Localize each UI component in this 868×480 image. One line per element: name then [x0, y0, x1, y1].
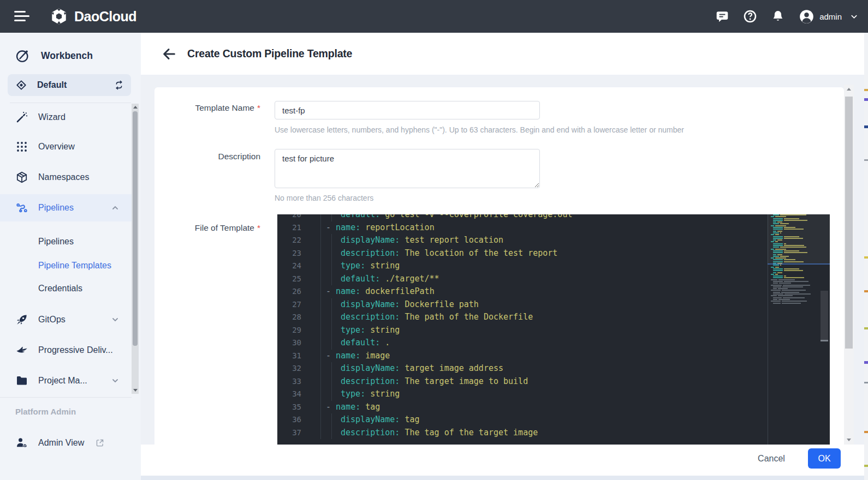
brand[interactable]: DaoCloud — [49, 0, 136, 33]
folder-icon — [15, 374, 28, 387]
sidebar-subitem-credentials[interactable]: Credentials — [0, 277, 132, 301]
switch-workspace-icon[interactable] — [114, 80, 124, 91]
back-arrow-icon[interactable] — [161, 46, 177, 62]
page-scrollbar-thumb[interactable] — [845, 97, 853, 349]
sidebar-scrollbar[interactable] — [132, 104, 139, 394]
sidebar-item-gitops[interactable]: GitOps — [0, 307, 132, 332]
admin-view-icon — [15, 436, 28, 449]
description-helper: No more than 256 characters — [275, 194, 373, 202]
page-scrollbar[interactable] — [844, 85, 854, 445]
cancel-button[interactable]: Cancel — [751, 448, 792, 469]
chevron-down-icon — [111, 315, 120, 324]
sidebar-item-label: Wizard — [38, 112, 132, 122]
code-line[interactable]: 37description: The tag of the target ima… — [277, 427, 768, 440]
template-name-label: Template Name* — [154, 103, 260, 113]
sidebar-item-label: Pipelines — [38, 203, 111, 213]
code-line[interactable]: 32displayName: target image address — [277, 362, 768, 375]
workspace-icon — [15, 79, 27, 91]
sidebar-workbench[interactable]: Workbench — [0, 43, 141, 69]
template-name-input[interactable] — [275, 101, 540, 119]
code-line[interactable]: 23description: The location of the test … — [277, 247, 768, 260]
description-input[interactable]: test for picture — [275, 149, 540, 188]
bottom-strip — [141, 476, 868, 480]
sidebar-item-namespaces[interactable]: Namespaces — [0, 165, 132, 190]
user-menu[interactable]: admin — [799, 9, 858, 25]
platform-admin-section-label: Platform Admin — [15, 407, 76, 416]
code-line[interactable]: 21- name: reportLocation — [277, 221, 768, 235]
code-line[interactable]: 34type: string — [277, 388, 768, 401]
code-line[interactable]: 27displayName: Dockerfile path — [277, 298, 768, 311]
page-scroll-up-arrow[interactable] — [847, 88, 851, 91]
sidebar-item-overview[interactable]: Overview — [0, 134, 132, 159]
daocloud-logo-icon — [49, 7, 69, 26]
footer-bar: Cancel OK — [141, 445, 868, 476]
required-marker: * — [257, 223, 260, 232]
avatar — [799, 9, 815, 25]
editor-scrollbar[interactable] — [819, 214, 830, 445]
code-line[interactable]: 25default: ./target/** — [277, 273, 768, 286]
code-line[interactable]: 29type: string — [277, 324, 768, 337]
page-scroll-down-arrow[interactable] — [847, 439, 851, 441]
code-line[interactable]: 30default: . — [277, 337, 768, 350]
code-line[interactable]: 31- name: image — [277, 350, 768, 363]
editor-code-lines: 20default: go test -v --coverprofile cov… — [277, 214, 768, 439]
sidebar-item-label: Project Ma... — [38, 376, 111, 386]
editor-minimap[interactable] — [769, 214, 819, 445]
sidebar-item-label: Namespaces — [38, 172, 132, 182]
editor-scrollbar-thumb[interactable] — [821, 291, 828, 341]
overview-icon — [15, 140, 28, 153]
sidebar-scrollbar-thumb[interactable] — [133, 111, 138, 346]
yaml-code-editor[interactable]: 20default: go test -v --coverprofile cov… — [277, 214, 830, 445]
workspace-selector[interactable]: Default — [8, 74, 131, 96]
file-of-template-label: File of Template* — [154, 223, 260, 233]
code-line[interactable]: 35- name: tag — [277, 401, 768, 414]
sidebar-item-label: Overview — [38, 142, 132, 152]
username: admin — [819, 12, 842, 21]
chevron-up-icon — [111, 203, 120, 212]
message-icon[interactable] — [715, 9, 729, 23]
pipelines-icon — [15, 201, 28, 214]
sidebar-item-project-management[interactable]: Project Ma... — [0, 368, 132, 393]
code-line[interactable]: 33description: The target image to build — [277, 375, 768, 388]
brand-name: DaoCloud — [74, 9, 136, 25]
namespaces-icon — [15, 171, 28, 184]
code-line[interactable]: 28description: The path of the Dockerfil… — [277, 311, 768, 324]
help-icon[interactable] — [743, 9, 757, 23]
topbar: DaoCloud admin — [0, 0, 868, 33]
sidebar-item-label: Progressive Deliv... — [38, 345, 132, 355]
code-line[interactable]: 20default: go test -v --coverprofile cov… — [277, 214, 768, 221]
sidebar-item-admin-view[interactable]: Admin View — [0, 430, 141, 455]
scroll-down-arrow[interactable] — [133, 389, 138, 392]
external-link-icon — [95, 438, 105, 448]
wizard-icon — [15, 111, 28, 124]
sidebar: Workbench Default Wizard — [0, 33, 141, 480]
sidebar-item-pipelines[interactable]: Pipelines — [0, 194, 132, 221]
bird-icon — [15, 344, 28, 357]
chevron-down-icon — [850, 13, 858, 21]
content-area: Template Name* Use lowercase letters, nu… — [141, 75, 868, 445]
template-name-helper: Use lowercase letters, numbers, and hyph… — [275, 125, 684, 134]
code-line[interactable]: 26- name: dockerfilePath — [277, 285, 768, 298]
code-line[interactable]: 36displayName: tag — [277, 413, 768, 427]
sidebar-subitem-pipelines[interactable]: Pipelines — [0, 230, 132, 254]
bell-icon[interactable] — [771, 9, 785, 23]
description-label: Description — [154, 152, 260, 161]
sidebar-item-label: Admin View — [38, 438, 84, 448]
minimap-divider — [768, 214, 768, 445]
ok-button[interactable]: OK — [808, 448, 841, 469]
chevron-down-icon — [111, 376, 120, 385]
hamburger-menu-icon[interactable] — [14, 11, 29, 22]
overview-ruler — [864, 33, 868, 480]
sidebar-item-wizard[interactable]: Wizard — [0, 105, 132, 130]
page-title: Create Custom Pipeline Template — [187, 47, 352, 60]
sidebar-item-label: GitOps — [38, 315, 111, 325]
code-line[interactable]: 24type: string — [277, 260, 768, 273]
workspace-name: Default — [37, 80, 114, 90]
sidebar-subitem-pipeline-templates[interactable]: Pipeline Templates — [0, 254, 132, 278]
sidebar-item-progressive-delivery[interactable]: Progressive Deliv... — [0, 338, 132, 363]
code-line[interactable]: 22displayName: test report location — [277, 234, 768, 247]
scroll-up-arrow[interactable] — [133, 106, 138, 109]
required-marker: * — [257, 103, 260, 112]
page-header: Create Custom Pipeline Template — [141, 33, 868, 75]
workbench-label: Workbench — [41, 50, 93, 62]
